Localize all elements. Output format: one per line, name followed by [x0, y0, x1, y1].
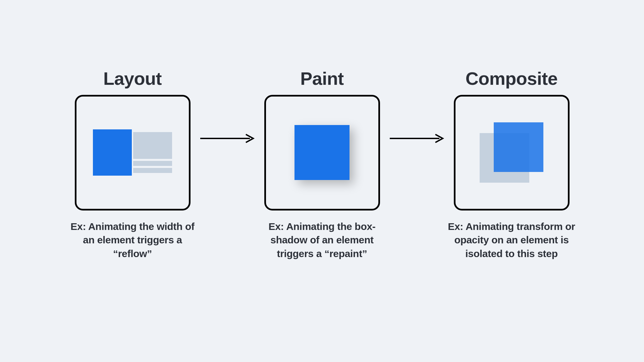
rendering-pipeline-diagram: Layout Ex: Animating the width of an ele… [65, 68, 579, 294]
composite-layer-front [494, 122, 543, 172]
step-title-paint: Paint [300, 68, 344, 89]
step-caption-composite: Ex: Animating transform or opacity on an… [446, 220, 577, 261]
step-title-composite: Composite [466, 68, 558, 89]
layout-block-right-column [133, 132, 172, 173]
layout-block-right-bar [133, 168, 172, 173]
layout-block-right-top [133, 132, 172, 159]
step-layout: Layout Ex: Animating the width of an ele… [65, 68, 200, 261]
step-box-layout [75, 95, 191, 210]
step-title-layout: Layout [103, 68, 162, 89]
composite-illustration [480, 122, 543, 183]
step-box-composite [454, 95, 570, 210]
step-composite: Composite Ex: Animating transform or opa… [444, 68, 579, 261]
step-caption-layout: Ex: Animating the width of an element tr… [67, 220, 198, 261]
arrow-icon [389, 133, 444, 143]
layout-block-right-bar [133, 161, 172, 166]
paint-illustration [294, 125, 350, 180]
layout-illustration [93, 129, 172, 176]
step-box-paint [264, 95, 380, 210]
step-paint: Paint Ex: Animating the box-shadow of an… [255, 68, 389, 261]
arrow-icon [200, 133, 255, 143]
layout-block-left [93, 129, 132, 176]
step-caption-paint: Ex: Animating the box-shadow of an eleme… [257, 220, 387, 261]
